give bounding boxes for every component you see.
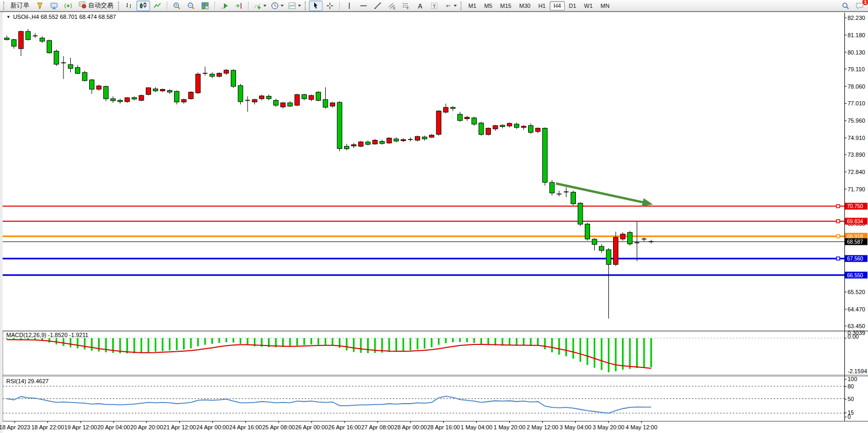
candle — [302, 94, 307, 99]
candle — [620, 234, 625, 239]
dropdown-caret-icon[interactable] — [298, 5, 301, 7]
timeframe-m5[interactable]: M5 — [480, 1, 496, 10]
price-chart[interactable]: 82.23081.18080.13079.11078.06077.01075.9… — [0, 12, 868, 433]
candle — [252, 100, 257, 102]
notifications-icon[interactable]: 1 — [853, 1, 866, 11]
candle — [175, 91, 179, 102]
dropdown-caret-icon[interactable] — [281, 5, 284, 7]
time-axis-label: 24 Apr 16:00 — [229, 424, 262, 430]
toolbar-separator — [167, 2, 167, 10]
data-funnel-icon[interactable] — [33, 1, 47, 11]
svg-text:F: F — [407, 6, 409, 10]
candle — [281, 103, 285, 107]
candle — [415, 136, 420, 140]
candle — [76, 68, 80, 73]
templates-icon[interactable] — [286, 1, 303, 11]
text-label-icon[interactable]: T — [427, 1, 441, 11]
time-axis-label: 20 Apr 20:00 — [130, 424, 163, 430]
tile-windows-icon[interactable] — [198, 1, 212, 11]
line-chart-icon[interactable] — [151, 1, 164, 11]
candle — [82, 72, 87, 81]
candle — [5, 38, 9, 39]
zoom-in-icon[interactable] — [170, 1, 184, 11]
toolbar-grip[interactable] — [460, 2, 462, 10]
equidistant-channel-icon[interactable]: E — [385, 1, 399, 11]
candle-doji — [564, 191, 569, 192]
toolbar-separator — [248, 2, 249, 10]
horizontal-line-icon[interactable] — [357, 1, 370, 11]
candle — [430, 135, 434, 137]
chart-window: 82.23081.18080.13079.11078.06077.01075.9… — [0, 12, 868, 433]
dropdown-caret-icon[interactable] — [454, 5, 457, 7]
dropdown-caret-icon[interactable] — [263, 5, 266, 7]
candle-doji — [203, 73, 208, 74]
candle — [125, 98, 130, 102]
timeframe-m30[interactable]: M30 — [516, 1, 534, 10]
candle — [146, 88, 151, 94]
candle — [316, 92, 321, 101]
timeframe-d1[interactable]: D1 — [565, 1, 580, 10]
time-axis-label: 18 Apr 2023 — [0, 424, 30, 430]
candle — [111, 99, 115, 101]
timeframe-m15[interactable]: M15 — [497, 1, 515, 10]
time-axis-label: 3 May 20:00 — [593, 424, 625, 430]
candle — [401, 139, 406, 140]
arrows-icon[interactable] — [442, 1, 458, 11]
toolbar-separator — [215, 2, 215, 10]
candle-doji — [649, 241, 653, 242]
zoom-out-icon[interactable] — [184, 1, 198, 11]
timeframe-h4[interactable]: H4 — [550, 1, 564, 10]
candle — [550, 182, 554, 193]
hline-handle[interactable] — [837, 220, 840, 223]
autotrading-button-label: 自动交易 — [88, 1, 113, 10]
time-axis-label: 28 Apr 16:00 — [427, 424, 460, 430]
window-left-edge — [0, 12, 3, 433]
price-tick-label: 79.110 — [848, 66, 865, 72]
hline-handle[interactable] — [837, 204, 840, 208]
timeframe-h1[interactable]: H1 — [534, 1, 549, 10]
crosshair-icon[interactable] — [323, 1, 337, 11]
candle — [451, 107, 455, 109]
candle — [436, 111, 441, 134]
metaeditor-icon[interactable] — [47, 1, 61, 11]
vertical-line-icon[interactable] — [342, 1, 356, 11]
autotrading-button[interactable]: 自动交易 — [76, 1, 116, 10]
time-axis-label: 27 Apr 08:00 — [361, 424, 394, 430]
toolbar-grip[interactable] — [118, 2, 119, 10]
hline-handle[interactable] — [837, 257, 840, 260]
candle — [68, 64, 73, 68]
rsi-axis-label: 0 — [848, 414, 851, 420]
candle — [97, 86, 101, 89]
candle — [571, 192, 576, 204]
time-axis-label: 26 Apr 00:00 — [295, 424, 328, 430]
text-icon[interactable]: A — [413, 1, 427, 11]
periods-icon[interactable] — [269, 1, 285, 11]
timeframe-w1[interactable]: W1 — [581, 1, 597, 10]
new-order-button[interactable]: 新订单 — [7, 1, 33, 10]
candle — [628, 232, 633, 244]
cursor-icon[interactable] — [309, 1, 323, 11]
trendline-icon[interactable] — [371, 1, 384, 11]
search-icon[interactable] — [839, 1, 852, 11]
toolbar-grip[interactable] — [305, 2, 306, 10]
auto-scroll-icon[interactable] — [218, 1, 231, 11]
timeframe-mn[interactable]: MN — [597, 1, 613, 10]
fibonacci-icon[interactable]: F — [399, 1, 413, 11]
candle — [274, 100, 278, 105]
signals-icon[interactable] — [61, 1, 75, 11]
hline-handle[interactable] — [837, 235, 840, 238]
candlestick-chart-icon[interactable] — [136, 1, 150, 11]
chart-plot-area[interactable] — [3, 13, 844, 330]
indicators-icon[interactable] — [251, 1, 268, 11]
candle — [54, 51, 59, 64]
chart-shift-icon[interactable] — [232, 1, 245, 11]
price-tick-label: 72.840 — [848, 169, 865, 175]
candle — [373, 140, 378, 144]
chart-collapse-icon[interactable]: ▼ — [6, 15, 10, 19]
toolbar-grip[interactable] — [3, 2, 4, 10]
bar-chart-icon[interactable] — [122, 1, 136, 11]
candle — [507, 123, 512, 126]
price-tick-label: 81.180 — [848, 32, 865, 38]
timeframe-m1[interactable]: M1 — [465, 1, 480, 10]
candle — [217, 73, 222, 77]
